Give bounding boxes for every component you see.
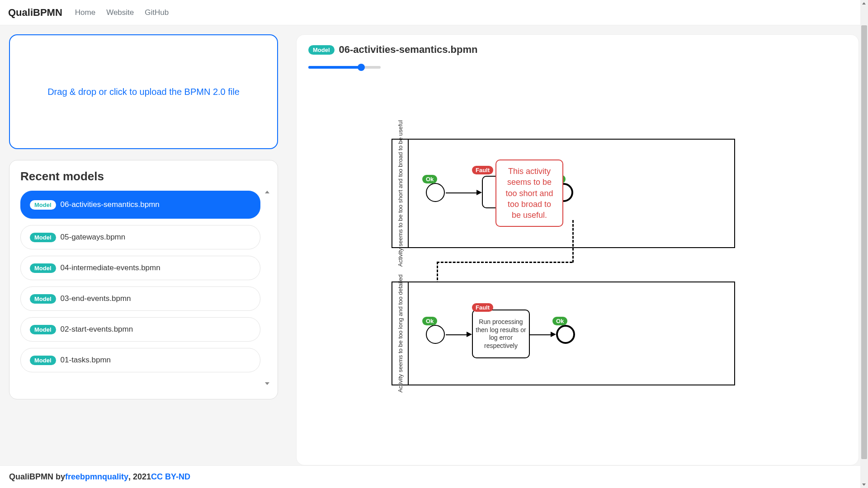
recent-models-panel: Recent models Model 06-activities-semant…	[9, 160, 278, 399]
diagram-viewer: Model 06-activities-semantics.bpmn Activ…	[296, 34, 859, 465]
model-name: 04-intermediate-events.bpmn	[61, 263, 160, 272]
arrow-head-1a	[476, 190, 482, 195]
upload-prompt: Drag & drop or click to upload the BPMN …	[47, 87, 240, 97]
scroll-down-icon[interactable]	[265, 382, 269, 385]
message-flow-vert-top	[572, 220, 574, 263]
model-badge: Model	[30, 294, 56, 304]
footer: QualiBPMN by freebpmnquality , 2021 CC B…	[0, 465, 868, 488]
scrollbar-down-icon[interactable]	[862, 483, 866, 486]
scrollbar-thumb[interactable]	[861, 25, 867, 459]
arrow-head-2a	[467, 332, 472, 337]
model-name: 01-tasks.bpmn	[61, 356, 111, 365]
left-column: Drag & drop or click to upload the BPMN …	[9, 34, 278, 465]
nav-github[interactable]: GitHub	[145, 8, 169, 17]
start-event-2[interactable]	[426, 325, 445, 344]
brand[interactable]: QualiBPMN	[8, 7, 62, 19]
lane-2-label: Activity seems to be too long and too de…	[392, 282, 409, 385]
navbar: QualiBPMN Home Website GitHub	[0, 0, 868, 25]
nav-website[interactable]: Website	[106, 8, 134, 17]
model-item-2[interactable]: Model 04-intermediate-events.bpmn	[20, 256, 260, 280]
model-badge: Model	[30, 263, 56, 273]
footer-author-link[interactable]: freebpmnquality	[65, 472, 128, 482]
ok-badge-end-2: Ok	[552, 317, 567, 325]
sequence-flow-1a	[446, 192, 477, 193]
bpmn-diagram[interactable]: Activity seems to be too short and too b…	[392, 139, 735, 385]
model-badge: Model	[30, 233, 56, 242]
fault-badge-1: Fault	[472, 166, 493, 174]
pool-2: Activity seems to be too long and too de…	[392, 282, 735, 385]
start-event-1[interactable]	[426, 183, 445, 202]
slider-fill	[308, 66, 361, 69]
model-badge: Model	[30, 325, 56, 334]
footer-license-link[interactable]: CC BY-ND	[151, 472, 190, 482]
model-item-3[interactable]: Model 03-end-events.bpmn	[20, 286, 260, 311]
slider-thumb[interactable]	[358, 64, 365, 71]
sequence-flow-2b	[530, 334, 552, 335]
nav-home[interactable]: Home	[75, 8, 95, 17]
main-content: Drag & drop or click to upload the BPMN …	[0, 25, 868, 465]
lane-1-label: Activity seems to be too short and too b…	[392, 140, 409, 247]
zoom-slider[interactable]	[308, 64, 381, 71]
model-badge: Model	[30, 200, 56, 210]
fault-badge-2: Fault	[472, 303, 493, 312]
arrow-head-2b	[551, 332, 556, 337]
model-badge: Model	[30, 356, 56, 365]
model-name: 05-gateways.bpmn	[61, 233, 126, 242]
model-item-4[interactable]: Model 02-start-events.bpmn	[20, 317, 260, 342]
footer-mid: , 2021	[128, 472, 151, 482]
lane-2-body: Ok Run processing then log results or lo…	[409, 282, 734, 385]
model-name: 03-end-events.bpmn	[61, 294, 131, 303]
model-item-0[interactable]: Model 06-activities-semantics.bpmn	[20, 191, 260, 219]
recent-models-list: Model 06-activities-semantics.bpmn Model…	[20, 191, 260, 385]
model-name: 06-activities-semantics.bpmn	[61, 200, 160, 209]
recent-title: Recent models	[20, 169, 271, 183]
viewer-header: Model 06-activities-semantics.bpmn	[308, 44, 847, 56]
pool-1: Activity seems to be too short and too b…	[392, 139, 735, 248]
model-item-5[interactable]: Model 01-tasks.bpmn	[20, 348, 260, 372]
model-item-1[interactable]: Model 05-gateways.bpmn	[20, 225, 260, 249]
upload-dropzone[interactable]: Drag & drop or click to upload the BPMN …	[9, 34, 278, 149]
ok-badge-start-2: Ok	[422, 317, 437, 325]
page-scrollbar[interactable]	[860, 0, 868, 488]
sequence-flow-2a	[446, 334, 467, 335]
task-2[interactable]: Run processing then log results or log e…	[472, 310, 530, 358]
model-name: 02-start-events.bpmn	[61, 325, 133, 334]
viewer-title: 06-activities-semantics.bpmn	[339, 44, 478, 56]
viewer-badge: Model	[308, 45, 335, 55]
scrollbar-up-icon[interactable]	[862, 2, 866, 5]
fault-tooltip: This activity seems to be too short and …	[495, 160, 563, 227]
lane-1-body: Ok Fault This activity seems to be too s…	[409, 140, 734, 247]
scroll-up-icon[interactable]	[265, 191, 269, 193]
recent-scrollbar[interactable]	[263, 191, 271, 385]
footer-prefix: QualiBPMN by	[9, 472, 65, 482]
message-flow-horiz	[437, 262, 572, 263]
end-event-2[interactable]	[556, 325, 575, 344]
ok-badge-start-1: Ok	[422, 175, 437, 183]
